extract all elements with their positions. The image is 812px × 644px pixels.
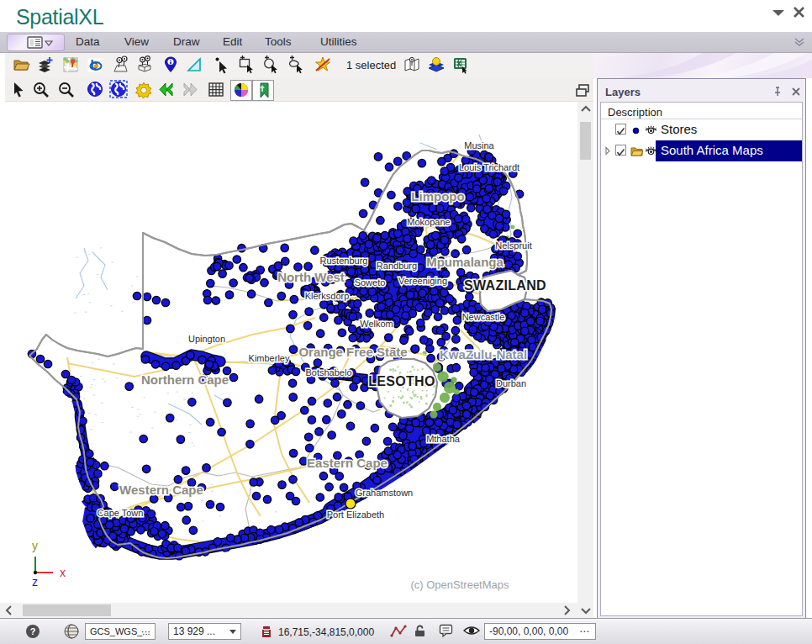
svg-text:Mpumalanga: Mpumalanga: [426, 255, 504, 269]
svg-text:y: y: [32, 539, 38, 552]
svg-text:LESOTHO: LESOTHO: [368, 374, 435, 388]
svg-text:x: x: [60, 566, 66, 579]
svg-text:Orange Free State: Orange Free State: [298, 345, 407, 359]
svg-text:Welkom: Welkom: [360, 319, 393, 329]
svg-text:Vereeniging: Vereeniging: [398, 276, 447, 286]
svg-text:(c) OpenStreetMaps: (c) OpenStreetMaps: [410, 578, 509, 591]
svg-text:Botshabelo: Botshabelo: [305, 367, 351, 377]
svg-text:Newcastle: Newcastle: [462, 312, 505, 322]
svg-text:z: z: [32, 575, 38, 589]
svg-text:Mokopane: Mokopane: [407, 217, 450, 227]
svg-text:Eastern Cape: Eastern Cape: [307, 456, 388, 470]
svg-text:Soweto: Soweto: [355, 277, 386, 288]
svg-text:Western Cape: Western Cape: [119, 483, 203, 497]
svg-text:Randburg: Randburg: [377, 261, 417, 271]
svg-text:Klerksdorp: Klerksdorp: [305, 291, 350, 301]
svg-text:KwaZulu-Natal: KwaZulu-Natal: [440, 347, 527, 362]
svg-text:SWAZILAND: SWAZILAND: [464, 278, 546, 293]
svg-text:Port Elizabeth: Port Elizabeth: [327, 509, 384, 520]
svg-text:Mthatha: Mthatha: [426, 434, 461, 444]
svg-text:Grahamstown: Grahamstown: [356, 488, 413, 498]
svg-text:Louis Trichardt: Louis Trichardt: [459, 162, 519, 172]
svg-text:Nelspruit: Nelspruit: [495, 240, 531, 251]
svg-text:Upington: Upington: [188, 334, 225, 344]
svg-text:?: ?: [30, 626, 36, 636]
svg-text:Northern Cape: Northern Cape: [141, 372, 229, 387]
svg-text:Rustenburg: Rustenburg: [320, 256, 368, 266]
svg-text:Musina: Musina: [464, 140, 494, 150]
svg-text:Cape Town: Cape Town: [98, 508, 144, 518]
svg-text:North West: North West: [277, 270, 345, 284]
svg-text:Durban: Durban: [496, 378, 526, 388]
svg-text:Limpopo: Limpopo: [411, 189, 464, 203]
svg-text:Kimberley: Kimberley: [249, 353, 290, 363]
